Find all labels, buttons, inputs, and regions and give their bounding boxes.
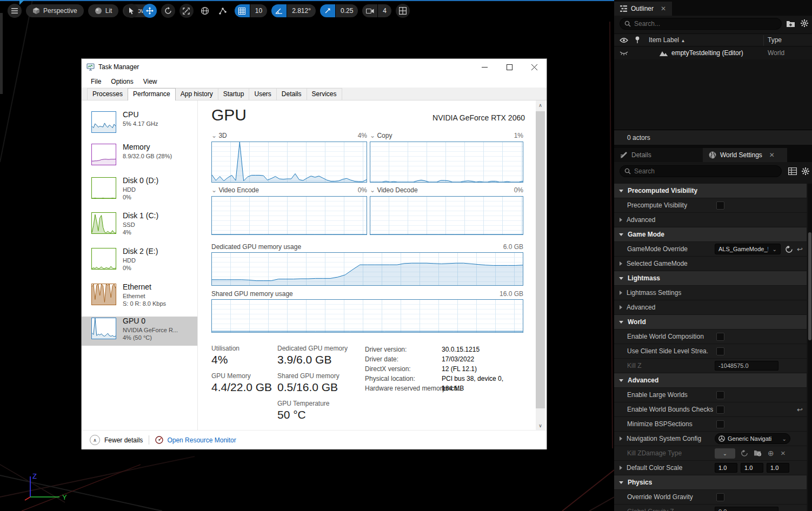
tab-users[interactable]: Users [249,88,276,100]
tab-details[interactable]: Details [614,148,703,162]
world-bounds-checks-checkbox[interactable] [716,406,724,414]
row-lightmass-settings[interactable]: Lightmass Settings [614,286,807,300]
scale-snap-button[interactable] [320,4,335,17]
title-bar[interactable]: Task Manager [82,59,547,75]
perspective-button[interactable]: Perspective [26,4,84,17]
browse-to-asset-icon[interactable] [754,449,762,456]
grid-snap-value[interactable]: 10 [250,4,267,17]
content-scrollbar[interactable]: ∧ ∨ [536,100,545,430]
column-item-label[interactable]: Item Label ▲ [649,36,685,44]
gamemode-override-dropdown[interactable]: ALS_GameMode_!⌄ [715,244,781,254]
lit-button[interactable]: Lit [88,4,119,17]
navigation-system-config-dropdown[interactable]: Generic Navigati⌄ [715,433,790,444]
grid-snap-button[interactable] [235,4,250,17]
outliner-search-input[interactable] [634,20,777,28]
pin-column-icon[interactable] [635,36,640,44]
reset-to-default-icon[interactable]: ↩ [797,246,803,253]
minimize-bsp-sections-checkbox[interactable] [716,420,724,428]
fewer-details-button[interactable]: ∧ Fewer details [90,435,143,445]
sidebar-item-ethernet[interactable]: Ethernet Ethernet S: 0 R: 8.0 Kbps [82,283,197,314]
close-icon[interactable]: ✕ [769,151,775,159]
close-icon[interactable]: ✕ [661,5,666,12]
camera-speed-button[interactable] [362,4,377,17]
hidden-eye-icon[interactable] [620,50,628,56]
row-advanced-collapsed-2[interactable]: Advanced [614,300,807,315]
color-scale-z-field[interactable]: 1.0 [767,463,789,473]
sidebar-item-gpu0[interactable]: GPU 0 NVIDIA GeForce R... 4% (50 °C) [82,317,197,346]
use-selected-asset-icon[interactable] [741,449,748,457]
scale-snap-value[interactable]: 0.25 [336,4,358,17]
sidebar-item-memory[interactable]: Memory 8.9/32.0 GB (28%) [82,143,197,174]
sidebar-item-cpu[interactable]: CPU 5% 4.17 GHz [82,110,197,142]
column-type[interactable]: Type [768,36,782,44]
section-world[interactable]: World [614,315,807,330]
details-search-input[interactable] [634,167,777,175]
viewport-menu-button[interactable] [8,4,22,18]
clear-icon[interactable]: × [781,449,786,457]
tab-app-history[interactable]: App history [175,88,218,100]
row-navigation-system-config[interactable]: Navigation System Config Generic Navigat… [614,432,807,446]
open-resource-monitor-link[interactable]: Open Resource Monitor [167,436,236,444]
select-tool-button[interactable] [124,4,138,18]
scroll-down-icon[interactable]: ∨ [536,421,545,430]
sidebar-item-disk2[interactable]: Disk 2 (E:) HDD 0% [82,247,197,278]
tab-services[interactable]: Services [307,88,342,100]
column-divider[interactable] [763,35,764,46]
sidebar-item-disk0[interactable]: Disk 0 (D:) HDD 0% [82,176,197,207]
outliner-empty-area[interactable] [614,59,812,130]
reset-to-default-icon[interactable]: ↩ [797,406,803,413]
client-side-level-streaming-checkbox[interactable] [716,347,724,355]
tab-details[interactable]: Details [276,88,307,100]
minimize-button[interactable] [472,59,497,75]
menu-view[interactable]: View [138,76,162,87]
tab-world-settings[interactable]: World Settings ✕ [703,148,787,162]
view-options-button[interactable] [788,167,797,175]
details-search[interactable] [620,165,782,177]
camera-speed-value[interactable]: 4 [378,4,391,17]
add-icon[interactable]: ⊕ [768,449,774,457]
color-scale-y-field[interactable]: 1.0 [741,463,763,473]
world-transform-button[interactable] [198,4,212,18]
rotate-tool-button[interactable] [161,4,175,18]
tab-performance[interactable]: Performance [128,88,176,100]
rotation-snap-value[interactable]: 2.812° [287,4,316,17]
details-settings-button[interactable] [801,167,810,176]
surface-snapping-button[interactable] [216,4,230,18]
outliner-item-label[interactable]: emptyTestdelting (Editor) [671,49,743,57]
scale-tool-button[interactable] [179,4,194,18]
move-tool-button[interactable] [143,4,157,18]
row-advanced-collapsed-1[interactable]: Advanced [614,213,807,227]
damage-type-dropdown[interactable]: ⌄ [715,448,735,459]
use-selected-asset-icon[interactable] [785,245,793,253]
section-precomputed-visibility[interactable]: Precomputed Visibility [614,184,807,198]
outliner-row-world[interactable]: emptyTestdelting (Editor) World [614,46,812,59]
global-gravity-z-field[interactable]: 0.0 [715,507,778,511]
menu-file[interactable]: File [86,76,106,87]
section-lightmass[interactable]: Lightmass [614,271,807,286]
section-physics[interactable]: Physics [614,475,807,490]
override-world-gravity-checkbox[interactable] [716,493,724,501]
enable-world-composition-checkbox[interactable] [716,333,724,341]
rotation-snap-button[interactable] [271,4,287,17]
row-default-color-scale[interactable]: Default Color Scale 1.0 1.0 1.0 [614,461,807,475]
details-scrollbar[interactable] [808,184,812,511]
section-game-mode[interactable]: Game Mode [614,227,807,242]
visibility-column-icon[interactable] [620,37,628,43]
scrollbar-thumb[interactable] [808,232,811,340]
sidebar-item-disk1[interactable]: Disk 1 (C:) SSD 4% [82,211,197,243]
tab-outliner[interactable]: Outliner ✕ [614,2,672,16]
outliner-new-folder-button[interactable] [786,19,795,28]
precompute-visibility-checkbox[interactable] [716,201,724,210]
kill-z-field[interactable]: -1048575.0 [715,361,778,371]
section-advanced-expanded[interactable]: Advanced [614,373,807,388]
color-scale-x-field[interactable]: 1.0 [715,463,737,473]
scrollbar-thumb[interactable] [536,111,545,408]
scroll-up-icon[interactable]: ∧ [536,100,545,110]
row-selected-gamemode[interactable]: Selected GameMode [614,257,807,271]
menu-options[interactable]: Options [106,76,138,87]
outliner-settings-button[interactable] [800,19,809,28]
tab-startup[interactable]: Startup [218,88,250,100]
maximize-button[interactable] [497,59,522,75]
enable-large-worlds-checkbox[interactable] [716,391,724,399]
tab-processes[interactable]: Processes [87,88,128,100]
